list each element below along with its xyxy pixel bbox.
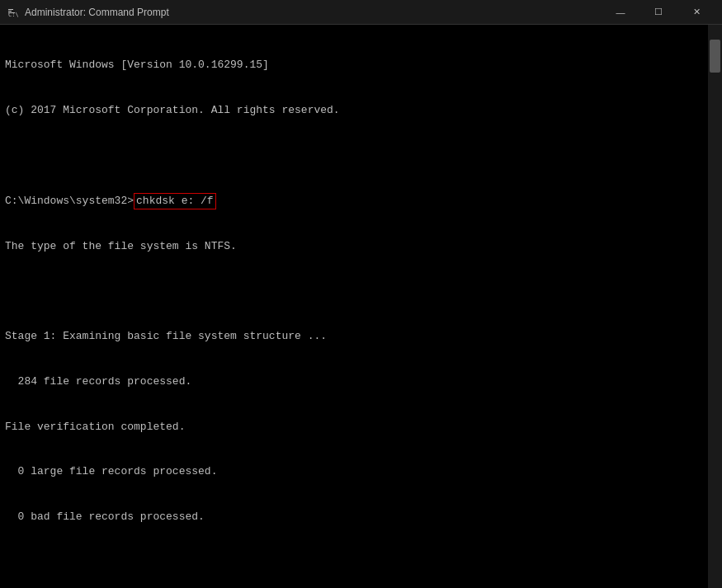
svg-text:C:\: C:\: [8, 12, 19, 18]
console-output: Microsoft Windows [Version 10.0.16299.15…: [5, 28, 717, 588]
line-10: 0 large file records processed.: [5, 464, 702, 479]
window: C:\ Administrator: Command Prompt — ☐ ✕ …: [0, 0, 722, 588]
title-bar: C:\ Administrator: Command Prompt — ☐ ✕: [0, 0, 722, 25]
line-5: The type of the file system is NTFS.: [5, 239, 702, 254]
scrollbar-thumb[interactable]: [710, 40, 720, 73]
window-controls: — ☐ ✕: [602, 0, 715, 25]
close-button[interactable]: ✕: [677, 0, 715, 25]
console-area[interactable]: Microsoft Windows [Version 10.0.16299.15…: [0, 25, 722, 588]
minimize-button[interactable]: —: [602, 0, 639, 25]
line-1: Microsoft Windows [Version 10.0.16299.15…: [5, 58, 702, 73]
window-title: Administrator: Command Prompt: [25, 7, 602, 18]
scrollbar[interactable]: [708, 25, 722, 588]
restore-button[interactable]: ☐: [639, 0, 677, 25]
line-7: Stage 1: Examining basic file system str…: [5, 329, 702, 344]
cmd-icon: C:\: [7, 6, 20, 19]
line-6: [5, 285, 702, 299]
command-text: chkdsk e: /f: [134, 193, 216, 209]
svg-rect-1: [8, 9, 13, 10]
line-9: File verification completed.: [5, 420, 702, 435]
line-11: 0 bad file records processed.: [5, 510, 702, 524]
line-4: C:\Windows\system32>chkdsk e: /f: [5, 193, 702, 209]
line-2: (c) 2017 Microsoft Corporation. All righ…: [5, 103, 702, 118]
line-8: 284 file records processed.: [5, 374, 702, 389]
prompt: C:\Windows\system32>: [5, 194, 134, 209]
line-12: [5, 554, 702, 569]
line-3: [5, 148, 702, 163]
